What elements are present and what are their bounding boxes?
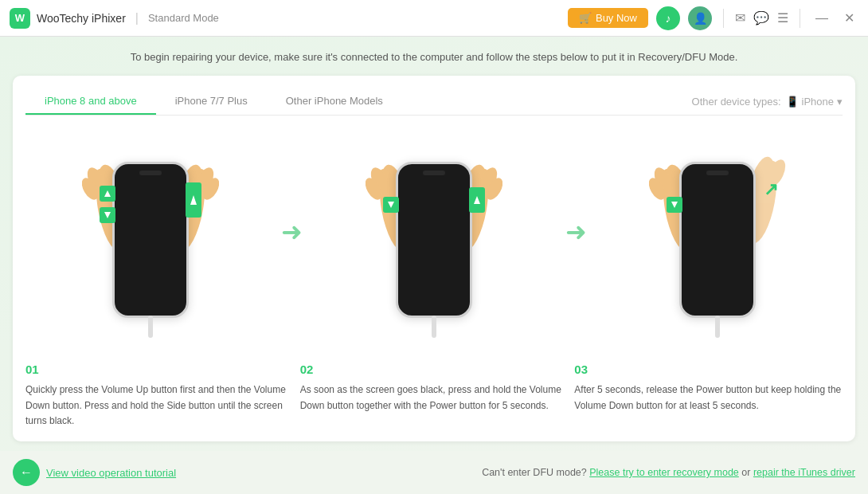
- tab-other-iphone[interactable]: Other iPhone Models: [267, 88, 402, 115]
- step2-desc: 02 As soon as the screen goes black, pre…: [300, 360, 569, 429]
- back-button[interactable]: ←: [13, 459, 40, 486]
- arrow1: ➜: [281, 217, 303, 247]
- steps-images: ➜: [25, 125, 843, 354]
- recovery-mode-link[interactable]: Please try to enter recovery mode: [589, 467, 739, 478]
- svg-marker-10: [190, 195, 197, 205]
- phone-cable3: [715, 316, 720, 338]
- close-button[interactable]: ✕: [840, 9, 858, 27]
- menu-icon[interactable]: ☰: [777, 10, 788, 25]
- footer: ← View video operation tutorial Can't en…: [0, 451, 868, 494]
- power-button-indicator: [469, 187, 485, 213]
- tab-iphone8[interactable]: iPhone 8 and above: [25, 88, 156, 115]
- app-name: WooTechy iPhixer: [37, 12, 126, 25]
- svg-marker-9: [104, 212, 111, 218]
- step3-desc: 03 After 5 seconds, release the Power bu…: [574, 360, 843, 429]
- svg-marker-19: [388, 202, 394, 208]
- side-button-indicator: [186, 182, 201, 218]
- titlebar-actions: 🛒 Buy Now ♪ 👤 ✉ 💬 ☰ — ✕: [568, 6, 858, 30]
- step1-desc: 01 Quickly press the Volume Up button fi…: [25, 360, 294, 429]
- mode-label: Standard Mode: [148, 12, 219, 24]
- cart-icon: 🛒: [579, 12, 592, 24]
- user-icon-button[interactable]: 👤: [688, 6, 712, 30]
- titlebar-separator: [723, 9, 724, 28]
- phone-cable2: [432, 316, 436, 338]
- music-icon-button[interactable]: ♪: [656, 6, 680, 30]
- main-content: To begin repairing your device, make sur…: [0, 37, 868, 451]
- tab-bar: iPhone 8 and above iPhone 7/7 Plus Other…: [25, 88, 843, 116]
- title-divider: |: [135, 11, 139, 25]
- info-bar: To begin repairing your device, make sur…: [13, 46, 855, 68]
- step2-image: [309, 144, 558, 335]
- svg-marker-20: [474, 196, 480, 204]
- step2-phone: [362, 144, 506, 335]
- vol-down-step3-indicator: [667, 197, 682, 213]
- vol-down-indicator: [100, 207, 115, 223]
- vol-down-only-indicator: [383, 197, 399, 213]
- buy-now-button[interactable]: 🛒 Buy Now: [568, 8, 648, 28]
- chat-icon[interactable]: 💬: [753, 10, 769, 25]
- phone-step3: [679, 162, 756, 318]
- footer-dfu-hint: Can't enter DFU mode? Please try to ente…: [482, 467, 855, 478]
- itunes-driver-link[interactable]: repair the iTunes driver: [753, 467, 855, 478]
- titlebar: W WooTechy iPhixer | Standard Mode 🛒 Buy…: [0, 0, 868, 37]
- release-arrow-indicator: ↗: [764, 179, 778, 200]
- svg-marker-28: [671, 202, 678, 208]
- step1-phone: [79, 144, 222, 335]
- steps-descriptions: 01 Quickly press the Volume Up button fi…: [25, 360, 843, 429]
- vol-up-indicator: [100, 186, 115, 202]
- video-tutorial-link[interactable]: View video operation tutorial: [46, 467, 176, 479]
- arrow2: ➜: [565, 217, 587, 247]
- app-logo: W: [10, 8, 30, 29]
- tab-iphone7[interactable]: iPhone 7/7 Plus: [156, 88, 267, 115]
- svg-marker-8: [104, 190, 111, 197]
- phone-step1: [112, 162, 189, 318]
- phone-cable1: [148, 316, 153, 338]
- step3-phone: ↗: [646, 144, 789, 335]
- minimize-button[interactable]: —: [811, 10, 832, 27]
- phone-step2: [396, 162, 472, 318]
- titlebar-separator2: [800, 9, 800, 28]
- step3-image: ↗: [593, 144, 843, 335]
- mail-icon[interactable]: ✉: [735, 10, 745, 25]
- steps-area: ➜: [25, 125, 843, 429]
- step1-image: [25, 144, 275, 335]
- device-type-dropdown[interactable]: 📱 iPhone ▾: [786, 96, 843, 108]
- other-devices-selector: Other device types: 📱 iPhone ▾: [692, 96, 843, 108]
- chevron-down-icon: ▾: [837, 96, 843, 108]
- main-card: iPhone 8 and above iPhone 7/7 Plus Other…: [13, 76, 855, 441]
